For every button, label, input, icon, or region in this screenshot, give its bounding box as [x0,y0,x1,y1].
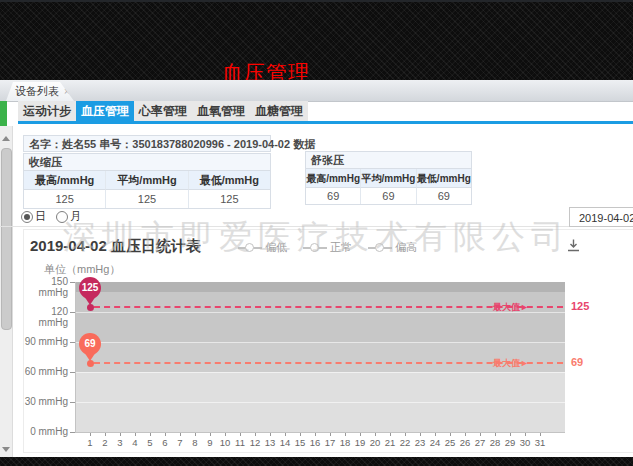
nav-tab[interactable]: 血糖管理 [250,101,308,121]
table-header-row: 最高/mmHg平均/mmHg最低/mmHg [306,169,471,188]
legend-label: 偏高 [395,240,417,255]
chart-title: 2019-04-02 血压日统计表 [30,237,201,256]
legend-circle-icon [310,243,319,252]
date-input[interactable]: 2019-04-02 [569,207,633,227]
markline-value: 125 [571,300,589,312]
x-axis-label: 12 [248,437,262,448]
table-header-cell: 最低/mmHg [416,169,471,188]
legend-marker-icon [303,243,327,253]
x-axis-line [75,432,565,433]
legend-label: 正常 [330,240,352,255]
x-axis-label: 25 [443,437,457,448]
period-radio-label[interactable]: 月 [70,209,81,224]
x-axis-label: 14 [278,437,292,448]
nav-tab[interactable]: 运动计步 [18,101,76,121]
x-axis-label: 24 [428,437,442,448]
legend-circle-icon [375,243,384,252]
window-tab-device-list[interactable]: 设备列表× [6,82,74,101]
x-axis-label: 26 [458,437,472,448]
max-value-markline: 最大值► [94,306,563,308]
table-cell: 69 [416,188,471,204]
gridline [75,342,565,343]
legend-item[interactable]: 偏高 [368,240,417,255]
app-window: 血压管理 设备列表× 运动计步血压管理心率管理血氧管理血糖管理 名字：姓名55 … [0,0,633,466]
x-axis-label: 7 [173,437,187,448]
window-tab-bar: 设备列表× [0,80,633,102]
y-axis-label: 150 mmHg [22,276,68,298]
markline-label: 最大值► [493,301,529,314]
y-axis-label: 0 mmHg [22,426,68,437]
legend-circle-icon [245,243,254,252]
x-axis-label: 6 [158,437,172,448]
y-axis-label: 90 mmHg [22,336,68,347]
table-title: 收缩压 [24,154,270,171]
plot-band [75,342,565,372]
window-tab-label: 设备列表 [15,85,59,97]
period-radio[interactable] [56,211,68,223]
table-row: 125125125 [24,190,270,208]
save-image-icon[interactable] [566,238,581,253]
plot-band [75,282,565,292]
data-point-dot [87,304,94,311]
scrollbar-thumb[interactable] [1,148,12,330]
nav-tab[interactable]: 心率管理 [134,101,192,121]
section-divider [0,226,633,227]
x-axis-label: 21 [383,437,397,448]
x-axis-label: 22 [398,437,412,448]
table-header-cell: 平均/mmHg [360,169,415,188]
gridline [75,372,565,373]
x-axis-label: 15 [293,437,307,448]
x-axis-label: 18 [338,437,352,448]
gridline [75,312,565,313]
legend-marker-icon [238,243,262,253]
y-axis-label: 30 mmHg [22,396,68,407]
table-cell: 125 [188,190,270,208]
legend-marker-icon [368,243,392,253]
diastolic-table: 舒张压最高/mmHg平均/mmHg最低/mmHg696969 [305,151,472,205]
x-axis-label: 9 [203,437,217,448]
markline-value: 69 [571,356,583,368]
x-axis-label: 16 [308,437,322,448]
period-radio-label[interactable]: 日 [35,209,46,224]
close-icon[interactable]: × [64,86,70,97]
y-axis-label: 60 mmHg [22,366,68,377]
chart-unit-label: 单位（mmHg） [44,262,120,277]
scroll-down-icon[interactable] [2,447,10,452]
x-axis-label: 2 [98,437,112,448]
patient-info: 名字：姓名55 串号：350183788020996 - 2019-04-02 … [23,135,271,152]
bottom-banner [0,457,633,466]
x-axis-label: 17 [323,437,337,448]
legend-item[interactable]: 正常 [303,240,352,255]
top-banner: 血压管理 [0,0,633,82]
x-axis-label: 23 [413,437,427,448]
table-cell: 125 [24,190,105,208]
x-axis-label: 29 [503,437,517,448]
scroll-up-icon[interactable] [2,136,10,141]
gridline [75,402,565,403]
period-radio[interactable] [21,211,33,223]
nav-tab[interactable]: 血压管理 [76,101,134,121]
x-axis-label: 5 [143,437,157,448]
table-header-cell: 最高/mmHg [306,169,360,188]
x-axis-label: 13 [263,437,277,448]
x-axis-label: 27 [473,437,487,448]
x-axis-label: 8 [188,437,202,448]
table-header-cell: 最低/mmHg [188,171,270,190]
table-header-cell: 最高/mmHg [24,171,105,190]
x-axis-label: 11 [233,437,247,448]
max-value-markline: 最大值► [94,362,563,364]
table-row: 696969 [306,188,471,204]
nav-tab[interactable]: 血氧管理 [192,101,250,121]
table-title: 舒张压 [306,152,471,169]
y-axis-line [75,282,76,432]
x-axis-label: 10 [218,437,232,448]
x-axis-label: 20 [368,437,382,448]
legend-item[interactable]: 偏低 [238,240,287,255]
sidebar-accent-strip [0,101,7,126]
plot-band [75,292,565,342]
table-cell: 69 [360,188,415,204]
period-toggle: 日月 [21,209,91,224]
vertical-scrollbar[interactable] [0,126,13,457]
data-point-pin: 125 [79,277,101,299]
systolic-table: 收缩压最高/mmHg平均/mmHg最低/mmHg125125125 [23,153,271,209]
